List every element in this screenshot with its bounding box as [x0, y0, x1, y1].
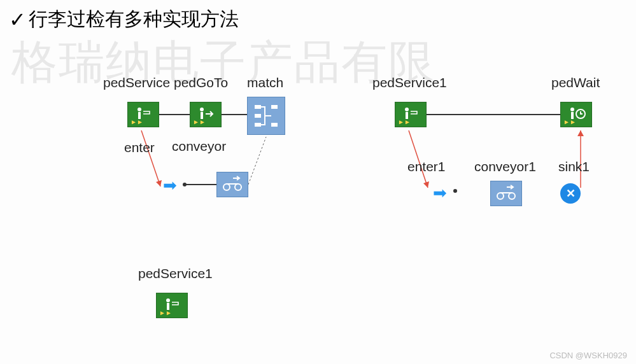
svg-point-31 [509, 193, 515, 199]
label-enter: enter [124, 140, 155, 155]
port-indicator-icon: ►► [398, 118, 411, 125]
enter-arrow-icon[interactable]: ➡ [163, 176, 177, 195]
pedservice-block[interactable]: ►► [127, 102, 159, 127]
svg-point-30 [497, 193, 504, 199]
port-indicator-icon: ►► [131, 118, 143, 125]
label-pedservice: pedService [103, 75, 170, 90]
svg-point-23 [235, 184, 241, 190]
conveyor-block[interactable] [216, 172, 248, 197]
svg-rect-34 [167, 303, 169, 310]
svg-rect-20 [271, 105, 278, 109]
check-icon: ✓ [9, 8, 26, 32]
svg-rect-28 [571, 112, 574, 119]
pedservice1-block[interactable]: ►► [395, 102, 427, 127]
svg-rect-16 [201, 112, 203, 119]
conveyor1-block[interactable] [490, 181, 522, 206]
conveyor-icon [222, 176, 243, 194]
label-match: match [247, 75, 283, 90]
svg-marker-9 [423, 181, 429, 188]
svg-point-13 [138, 108, 141, 111]
match-icon [252, 101, 280, 131]
port-indicator-icon: ►► [159, 309, 172, 316]
svg-rect-19 [255, 123, 261, 127]
port-indicator-icon: ►► [193, 118, 206, 125]
connector-lines [0, 0, 636, 364]
svg-line-4 [141, 130, 160, 186]
diagram-canvas: pedService pedGoTo match ►► ►► enter con… [0, 0, 636, 364]
svg-rect-18 [255, 114, 261, 118]
sink-cross-icon: ✕ [566, 186, 576, 200]
label-sink1: sink1 [558, 159, 590, 174]
label-enter1: enter1 [407, 159, 446, 174]
label-pedservice1-c: pedService1 [138, 266, 213, 281]
title-row: ✓ 行李过检有多种实现方法 [9, 6, 239, 32]
svg-rect-14 [138, 112, 141, 119]
label-conveyor: conveyor [172, 139, 226, 154]
svg-point-22 [223, 184, 230, 190]
svg-point-15 [200, 108, 204, 111]
label-pedwait: pedWait [551, 75, 600, 90]
label-pedgoto: pedGoTo [174, 75, 228, 90]
port-indicator-icon: ►► [563, 118, 576, 125]
svg-marker-5 [156, 180, 162, 186]
sink1-block[interactable]: ✕ [560, 183, 581, 204]
svg-rect-17 [255, 105, 261, 109]
pedgoto-block[interactable]: ►► [190, 102, 222, 127]
svg-rect-26 [406, 112, 408, 119]
svg-marker-11 [577, 130, 584, 136]
pedwait-block[interactable]: ►► [560, 102, 592, 127]
svg-point-12 [453, 189, 457, 193]
svg-point-27 [570, 108, 574, 111]
svg-point-25 [405, 108, 409, 111]
enter1-arrow-icon[interactable]: ➡ [433, 183, 447, 203]
match-block[interactable] [247, 97, 285, 135]
pedservice1-c-block[interactable]: ►► [156, 293, 188, 318]
label-pedservice1: pedService1 [372, 75, 447, 90]
svg-rect-21 [271, 123, 278, 127]
svg-point-6 [183, 183, 187, 186]
svg-line-3 [248, 137, 266, 185]
page-title: 行李过检有多种实现方法 [29, 6, 239, 32]
svg-point-33 [166, 298, 170, 302]
conveyor-icon [495, 185, 517, 203]
label-conveyor1: conveyor1 [474, 159, 536, 174]
